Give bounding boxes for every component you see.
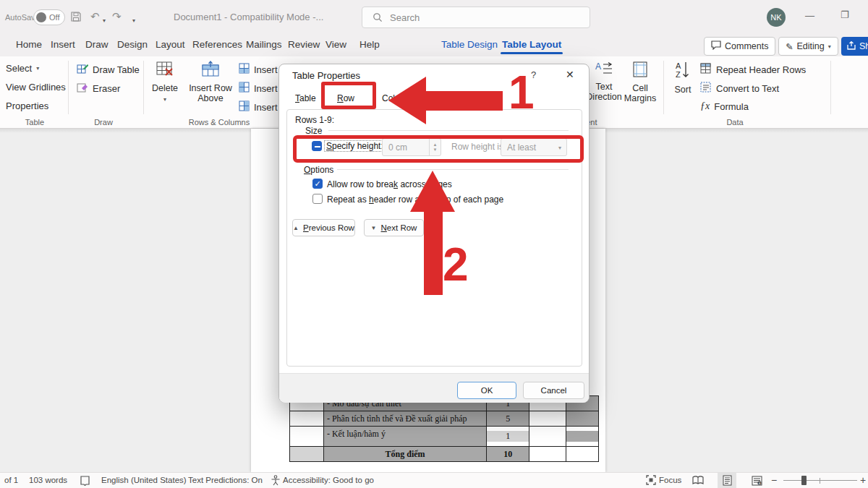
cell-margins-button[interactable]: Cell Margins [619,61,661,103]
table-cell[interactable]: - Kết luận/hàm ý [324,426,487,447]
account-avatar[interactable]: NK [767,8,786,27]
table-cell[interactable] [290,426,324,447]
editing-label: Editing [796,41,824,51]
comments-button[interactable]: Comments [704,37,775,56]
restore-button[interactable]: ❐ [841,9,849,20]
repeat-header-checkbox[interactable] [312,194,323,204]
down-triangle-icon: ▼ [371,225,377,231]
eraser-button[interactable]: Eraser [77,82,120,95]
web-layout-button[interactable]: e [747,473,766,488]
table-cell[interactable] [566,446,599,462]
search-placeholder: Search [390,12,420,23]
insert-row-above-label: Insert Row Above [189,83,232,103]
table-cell[interactable]: Tổng điểm [324,446,487,462]
tab-insert[interactable]: Insert [51,39,75,50]
tab-design[interactable]: Design [117,39,148,50]
tab-view[interactable]: View [326,39,346,50]
delete-label: Delete [152,83,178,93]
undo-icon[interactable]: ↶ [90,11,100,22]
insert-table-icon [239,100,250,114]
search-input[interactable]: Search [362,7,590,28]
close-icon[interactable]: ✕ [566,69,574,80]
eraser-icon [77,82,88,95]
zoom-slider-tick [820,478,820,484]
tab-review[interactable]: Review [288,39,320,50]
undo-dropdown-icon[interactable]: ▾ [103,15,106,27]
redo-icon[interactable]: ↷ [112,11,122,22]
proofing-icon[interactable] [80,475,90,487]
table-cell[interactable] [529,446,566,462]
text-predictions[interactable]: Text Predictions: On [188,476,263,484]
repeat-header-rows-label: Repeat Header Rows [716,64,806,75]
zoom-out-button[interactable]: − [771,474,777,486]
table-cell[interactable] [529,411,566,427]
sort-label: Sort [675,85,692,95]
page-indicator[interactable]: of 1 [4,476,18,484]
qat-customize-icon[interactable]: ▾ [132,15,135,27]
previous-row-button[interactable]: ▲ Previous Row [292,219,355,236]
accessibility-status[interactable]: Accessibility: Good to go [283,476,374,484]
next-row-button[interactable]: ▼ Next Row [364,219,424,236]
cancel-button[interactable]: Cancel [523,382,584,399]
group-label-draw: Draw [82,118,125,127]
annotation-arrow-1-shaft [423,91,503,111]
document-table[interactable]: - Mở đầu/sự cần thiết 1 - Phân tích tình… [289,396,599,462]
group-separator [143,61,144,114]
tab-draw[interactable]: Draw [85,39,109,50]
table-cell[interactable]: 10 [487,446,529,462]
draw-table-icon [77,63,88,77]
tab-layout[interactable]: Layout [156,39,185,50]
table-cell[interactable]: 5 [487,411,529,427]
insert-row-above-button[interactable]: Insert Row Above [188,61,233,103]
dialog-tab-table[interactable]: Table [295,93,316,103]
sort-button[interactable]: AZ Sort [667,61,699,95]
view-gridlines-button[interactable]: View Gridlines [6,82,66,93]
convert-to-text-button[interactable]: Convert to Text [700,82,779,95]
formula-button[interactable]: ƒx Formula [700,100,749,112]
zoom-slider-thumb[interactable] [801,476,807,485]
draw-table-button[interactable]: Draw Table [77,63,140,77]
repeat-header-rows-button[interactable]: Repeat Header Rows [700,63,806,76]
delete-button[interactable]: Delete ▾ [148,61,182,103]
group-line [328,130,569,131]
tab-mailings[interactable]: Mailings [246,39,282,50]
table-cell[interactable] [566,411,599,427]
zoom-in-button[interactable]: + [860,474,866,486]
tab-table-design[interactable]: Table Design [441,39,498,50]
view-gridlines-label: View Gridlines [6,82,66,93]
table-cell[interactable] [290,446,324,462]
word-count[interactable]: 103 words [29,476,67,484]
table-cell[interactable]: - Phân tích tình thế và Đề xuất giải phá… [324,411,487,427]
dialog-footer: OK Cancel [279,373,589,403]
zoom-slider-track[interactable] [783,480,857,481]
allow-break-checkbox[interactable]: ✓ [312,179,323,189]
autosave-toggle[interactable]: Off [33,9,65,25]
select-button[interactable]: Select▾ [6,63,39,74]
table-cell[interactable]: 1 [487,426,529,447]
table-row[interactable]: Tổng điểm 10 [289,447,599,462]
table-row[interactable]: - Kết luận/hàm ý 1 [289,427,599,447]
table-cell[interactable] [529,426,566,447]
focus-button[interactable]: Focus [659,476,681,484]
share-button[interactable]: Share [841,37,868,56]
ok-button[interactable]: OK [457,382,516,399]
tab-references[interactable]: References [192,39,242,50]
editing-button[interactable]: ✎ Editing ▾ [778,37,838,56]
print-layout-button[interactable] [718,473,736,488]
chevron-down-icon: ▾ [36,65,39,72]
tab-help[interactable]: Help [359,39,380,50]
tab-home[interactable]: Home [16,39,42,50]
table-cell[interactable] [566,426,599,447]
table-cell[interactable] [290,411,324,427]
tab-table-layout[interactable]: Table Layout [502,39,561,50]
table-row[interactable]: - Phân tích tình thế và Đề xuất giải phá… [289,411,599,427]
previous-row-label: Previous Row [303,223,354,232]
insert-table-icon [239,82,250,95]
draw-table-label: Draw Table [93,64,140,75]
properties-button[interactable]: Properties [6,100,48,111]
search-icon [373,12,383,25]
read-mode-button[interactable] [689,473,707,488]
language-indicator[interactable]: English (United States) [101,476,187,484]
save-icon[interactable] [70,11,82,25]
minimize-button[interactable]: — [805,10,814,21]
